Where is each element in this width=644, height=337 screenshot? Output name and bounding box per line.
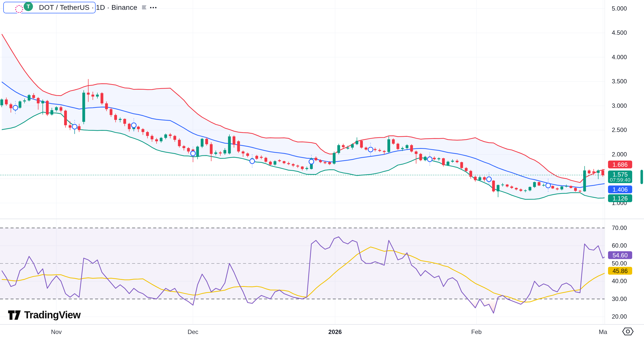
price-axis-label: 4.000 bbox=[612, 54, 627, 61]
tether-logo-icon: T bbox=[24, 2, 33, 11]
time-axis-label: Feb bbox=[471, 328, 481, 335]
rsi-badge: 45.86 bbox=[608, 267, 632, 275]
chart-canvas[interactable] bbox=[0, 0, 644, 337]
rsi-axis-label: 60.00 bbox=[612, 242, 627, 249]
rsi-axis-label: 20.00 bbox=[612, 313, 627, 320]
chart-window: T DOT / TetherUS · 1D · Binance ••• 5.00… bbox=[0, 0, 644, 337]
more-options-icon[interactable]: ••• bbox=[150, 2, 157, 13]
tradingview-logo[interactable]: TradingView bbox=[8, 309, 80, 321]
rsi-axis-label: 40.00 bbox=[612, 278, 627, 285]
tradingview-glyph-icon bbox=[8, 310, 22, 320]
rsi-axis-label: 70.00 bbox=[612, 224, 627, 231]
time-axis-label: 2026 bbox=[328, 328, 342, 335]
price-badge: 1.686 bbox=[608, 161, 632, 168]
rsi-badge-value: 45.86 bbox=[613, 267, 628, 274]
price-axis-label: 5.000 bbox=[612, 5, 627, 12]
time-axis-label: Nov bbox=[51, 328, 62, 335]
tradingview-logo-text: TradingView bbox=[24, 309, 80, 321]
price-badge-value: 1.686 bbox=[613, 161, 628, 168]
price-badge: 1.126 bbox=[608, 194, 632, 202]
time-axis-label: Ma bbox=[599, 328, 607, 335]
price-axis-label: 3.500 bbox=[612, 78, 627, 85]
price-badge: 1.406 bbox=[608, 186, 632, 193]
price-axis-label: 4.500 bbox=[612, 29, 627, 36]
symbol-logos: T bbox=[4, 2, 36, 13]
price-badge-value: 1.126 bbox=[613, 195, 628, 202]
price-scale-highlight bbox=[640, 170, 643, 184]
symbol-pill[interactable]: T DOT / TetherUS · 1D · Binance ••• bbox=[3, 2, 96, 13]
flag-icon[interactable] bbox=[141, 4, 147, 11]
price-axis-label: 3.000 bbox=[612, 102, 627, 109]
countdown-timer: 07:59:40 bbox=[608, 177, 632, 183]
rsi-badge-value: 54.60 bbox=[613, 252, 628, 259]
rsi-axis-label: 30.00 bbox=[612, 295, 627, 302]
price-badge: 1.57507:59:40 bbox=[608, 171, 632, 183]
symbol-title: DOT / TetherUS · 1D · Binance bbox=[39, 4, 137, 12]
rsi-axis-label: 50.00 bbox=[612, 260, 627, 267]
polkadot-logo-icon bbox=[15, 5, 23, 13]
price-axis-label: 2.500 bbox=[612, 126, 627, 133]
time-axis-settings-icon[interactable] bbox=[622, 327, 634, 337]
price-axis-label: 2.000 bbox=[612, 151, 627, 158]
price-badge-value: 1.406 bbox=[613, 186, 628, 193]
time-axis-label: Dec bbox=[188, 328, 198, 335]
rsi-badge: 54.60 bbox=[608, 251, 632, 259]
